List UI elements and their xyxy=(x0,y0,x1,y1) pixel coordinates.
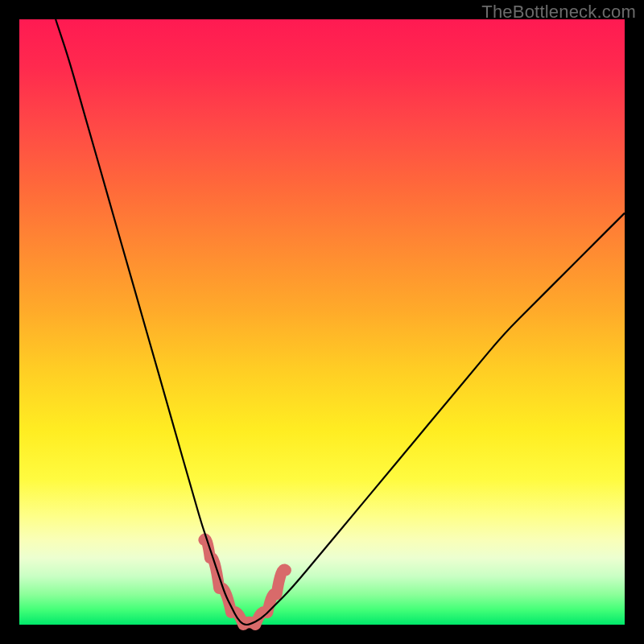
bottleneck-curve xyxy=(56,19,625,625)
trough-markers xyxy=(204,539,286,625)
watermark-text: TheBottleneck.com xyxy=(481,2,636,23)
chart-gradient-area xyxy=(19,19,625,625)
bottleneck-chart xyxy=(19,19,625,625)
